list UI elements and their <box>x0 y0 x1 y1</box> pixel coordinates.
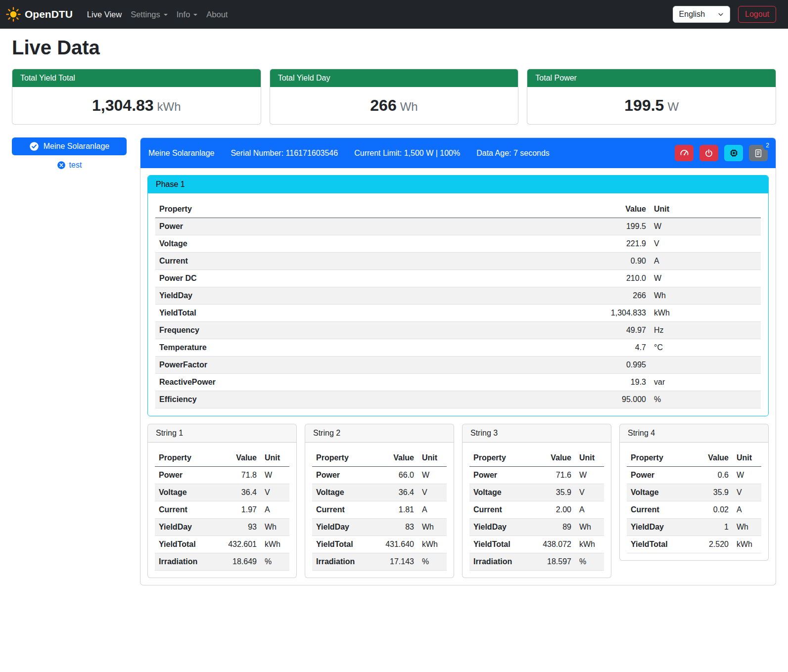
property-cell: Power <box>312 467 372 484</box>
table-row: Power71.8W <box>155 467 289 484</box>
summary-card-unit: W <box>667 100 679 113</box>
value-cell: 221.9 <box>581 235 650 253</box>
property-cell: YieldDay <box>155 519 215 536</box>
limit-settings-button[interactable] <box>675 145 694 161</box>
table-row: YieldDay266Wh <box>155 287 761 305</box>
value-cell: 2.00 <box>530 501 575 519</box>
table-header-row: Property Value Unit <box>469 449 604 467</box>
string-card-title: String 3 <box>463 424 611 443</box>
value-cell: 36.4 <box>215 484 261 501</box>
value-cell: 19.3 <box>581 374 650 391</box>
string-table-body: Power66.0WVoltage36.4VCurrent1.81AYieldD… <box>312 467 447 571</box>
chevron-down-icon <box>164 14 168 16</box>
value-cell: 18.597 <box>530 553 575 571</box>
sun-icon <box>6 7 21 22</box>
property-header: Property <box>312 449 372 467</box>
main-row: Meine Solaranlage test Meine Solaranlage… <box>12 137 776 585</box>
table-row: Irradiation18.597% <box>469 553 604 571</box>
unit-cell: V <box>418 484 447 501</box>
gauge-icon <box>680 148 689 158</box>
property-cell: Voltage <box>312 484 372 501</box>
nav-settings[interactable]: Settings <box>126 6 172 23</box>
table-row: YieldTotal2.520kWh <box>627 536 761 553</box>
unit-header: Unit <box>650 201 761 218</box>
string-table: Property Value Unit Power0.6WVoltage35.9… <box>627 449 761 553</box>
nav-about[interactable]: About <box>202 6 232 23</box>
string-card-body: Property Value Unit Power66.0WVoltage36.… <box>305 443 454 578</box>
table-row: Current0.90A <box>155 253 761 270</box>
power-button[interactable] <box>699 145 718 161</box>
string-card-body: Property Value Unit Power71.6WVoltage35.… <box>463 443 611 578</box>
logout-button[interactable]: Logout <box>738 6 776 23</box>
table-row: Current1.81A <box>312 501 447 519</box>
nav-info[interactable]: Info <box>172 6 202 23</box>
page-container: Live Data Total Yield Total 1,304.83kWh … <box>0 37 788 600</box>
device-info-button[interactable] <box>724 145 743 161</box>
phase-table-head: Property Value Unit <box>155 201 761 218</box>
value-cell: 83 <box>372 519 418 536</box>
sidebar-item-test[interactable]: test <box>12 161 127 170</box>
nav-live-view[interactable]: Live View <box>83 6 126 23</box>
journal-list-icon <box>754 149 763 158</box>
unit-cell: W <box>575 467 604 484</box>
unit-cell: A <box>575 501 604 519</box>
cpu-chip-icon <box>729 148 739 158</box>
value-header: Value <box>530 449 575 467</box>
unit-cell: V <box>650 235 761 253</box>
unit-cell: kWh <box>575 536 604 553</box>
x-circle-icon <box>57 161 66 170</box>
string-card-title: String 1 <box>148 424 296 443</box>
value-cell: 199.5 <box>581 218 650 235</box>
property-cell: Irradiation <box>312 553 372 571</box>
string-table-body: Power0.6WVoltage35.9VCurrent0.02AYieldDa… <box>627 467 761 553</box>
table-row: YieldTotal1,304.833kWh <box>155 305 761 322</box>
value-header: Value <box>215 449 261 467</box>
property-cell: Current <box>312 501 372 519</box>
nav-settings-label: Settings <box>131 10 160 19</box>
unit-cell: Wh <box>575 519 604 536</box>
string-card-body: Property Value Unit Power71.8WVoltage36.… <box>148 443 296 578</box>
unit-cell: A <box>261 501 289 519</box>
unit-cell: % <box>418 553 447 571</box>
value-cell: 2.520 <box>687 536 733 553</box>
summary-card-body: 1,304.83kWh <box>12 87 261 124</box>
navbar: OpenDTU Live View Settings Info About En… <box>0 0 788 29</box>
table-row: Temperature4.7°C <box>155 339 761 357</box>
value-cell: 49.97 <box>581 322 650 339</box>
property-cell: YieldDay <box>627 519 687 536</box>
summary-card-unit: Wh <box>400 100 418 113</box>
property-cell: Efficiency <box>155 391 581 408</box>
value-cell: 71.6 <box>530 467 575 484</box>
value-cell: 4.7 <box>581 339 650 357</box>
property-header: Property <box>155 449 215 467</box>
property-cell: YieldDay <box>469 519 530 536</box>
language-select[interactable]: English <box>673 6 730 23</box>
string-table-head: Property Value Unit <box>155 449 289 467</box>
table-row: ReactivePower19.3var <box>155 374 761 391</box>
inverter-card-body: Phase 1 Property Value Unit Power199.5WV… <box>140 168 776 585</box>
inverter-select-button[interactable]: Meine Solaranlage <box>12 137 127 155</box>
unit-cell <box>650 357 761 374</box>
table-row: Voltage35.9V <box>627 484 761 501</box>
value-header: Value <box>687 449 733 467</box>
value-cell: 1.97 <box>215 501 261 519</box>
phase-card: Phase 1 Property Value Unit Power199.5WV… <box>147 175 769 416</box>
value-cell: 0.02 <box>687 501 733 519</box>
property-cell: YieldTotal <box>155 536 215 553</box>
value-cell: 1,304.833 <box>581 305 650 322</box>
summary-card-total-power: Total Power 199.5W <box>527 69 776 125</box>
summary-card-body: 199.5W <box>527 87 776 124</box>
string-table: Property Value Unit Power66.0WVoltage36.… <box>312 449 447 571</box>
string-table-head: Property Value Unit <box>469 449 604 467</box>
value-cell: 438.072 <box>530 536 575 553</box>
summary-row: Total Yield Total 1,304.83kWh Total Yiel… <box>12 69 776 125</box>
property-cell: YieldTotal <box>627 536 687 553</box>
property-cell: PowerFactor <box>155 357 581 374</box>
table-row: Irradiation17.143% <box>312 553 447 571</box>
event-log-button[interactable]: 2 <box>749 145 768 161</box>
unit-cell: W <box>733 467 761 484</box>
unit-header: Unit <box>261 449 289 467</box>
brand[interactable]: OpenDTU <box>6 7 73 22</box>
table-row: YieldTotal431.640kWh <box>312 536 447 553</box>
inverter-serial: Serial Number: 116171603546 <box>231 149 338 158</box>
